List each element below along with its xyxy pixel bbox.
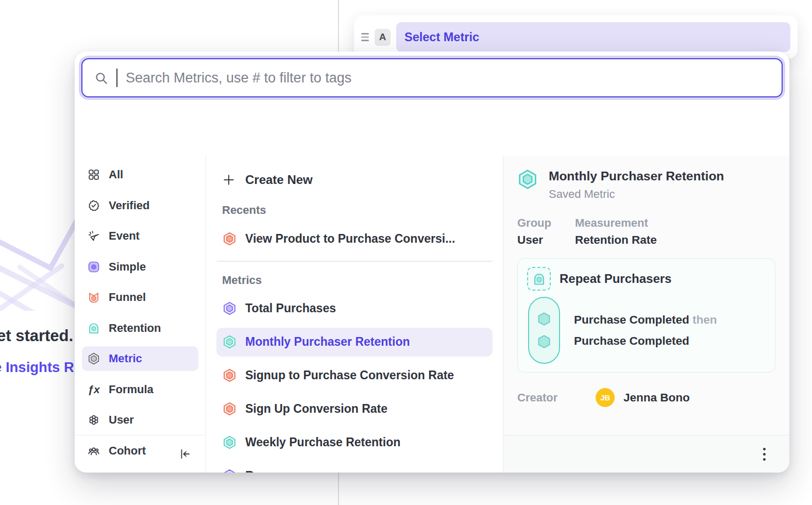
sidebar-item-metric[interactable]: Metric — [82, 346, 198, 371]
creator-avatar[interactable]: JB — [596, 388, 615, 407]
funnel-hexagon-icon — [88, 291, 100, 304]
creator-label: Creator — [517, 391, 596, 405]
metric-item-label: Total Purchases — [245, 301, 336, 315]
recents-section-label: Recents — [222, 204, 493, 217]
background-heading-fragment: et started. — [0, 327, 73, 345]
event-hexagon-icon — [536, 311, 552, 327]
sidebar-item-label: User — [109, 413, 134, 427]
search-input[interactable] — [126, 70, 770, 86]
metric-picker-modal: All Verified — [75, 52, 789, 473]
select-metric-label: Select Metric — [404, 30, 479, 44]
list-divider — [217, 261, 492, 262]
coral-hexagon-icon — [223, 402, 236, 416]
select-metric-button[interactable]: Select Metric — [396, 22, 790, 52]
group-label: Group — [517, 216, 563, 230]
metric-item-total-purchases[interactable]: Total Purchases — [216, 294, 493, 323]
then-connector: then — [692, 313, 717, 326]
collapse-sidebar-icon[interactable] — [178, 447, 192, 461]
drag-handle-icon[interactable] — [361, 33, 369, 41]
sidebar-item-simple[interactable]: Simple — [82, 255, 198, 279]
sidebar-item-user[interactable]: User — [82, 408, 198, 432]
sidebar-item-retention[interactable]: Retention — [82, 316, 198, 341]
event-hexagon-icon — [536, 334, 552, 349]
grid-icon — [88, 169, 100, 181]
metric-item-label: Weekly Purchase Retention — [245, 435, 400, 449]
metric-item-monthly-purchaser-retention[interactable]: Monthly Purchaser Retention — [216, 328, 493, 357]
sidebar-footer — [75, 435, 206, 473]
metrics-section-label: Metrics — [222, 274, 493, 287]
cursor-sparkle-icon — [88, 230, 100, 242]
retention-arch-icon — [88, 322, 100, 334]
sidebar-item-all[interactable]: All — [82, 162, 198, 187]
sidebar-item-label: Formula — [109, 383, 154, 396]
recent-item-label: View Product to Purchase Conversi... — [245, 232, 455, 246]
screen: et started. e Insights Re A Select Metri… — [0, 0, 812, 505]
purple-hexagon-icon — [223, 469, 236, 473]
simple-hexagon-icon — [88, 261, 100, 273]
measurement-label: Measurement — [575, 216, 657, 230]
coral-hexagon-icon — [223, 368, 236, 382]
sidebar-item-formula[interactable]: ƒx Formula — [82, 377, 198, 402]
verified-badge-icon — [88, 199, 100, 212]
behavior-title: Repeat Purchasers — [560, 272, 671, 286]
group-value: User — [517, 233, 563, 247]
behavior-card: Repeat Purchasers Purchase Comp — [517, 258, 775, 373]
detail-footer — [503, 435, 789, 473]
sidebar-item-verified[interactable]: Verified — [82, 193, 198, 218]
background-insights-link-fragment[interactable]: e Insights Re — [0, 359, 82, 376]
saved-metric-icon — [517, 169, 538, 190]
recent-item-view-product[interactable]: View Product to Purchase Conversi... — [216, 224, 493, 253]
metric-item-revenue[interactable]: Revenue — [216, 462, 493, 473]
metric-item-sign-up-conversion[interactable]: Sign Up Conversion Rate — [216, 395, 493, 424]
user-cluster-icon — [88, 414, 100, 426]
sidebar-item-funnel[interactable]: Funnel — [82, 285, 198, 310]
teal-hexagon-icon — [223, 335, 236, 349]
text-cursor — [116, 69, 117, 87]
metric-letter-badge[interactable]: A — [375, 29, 391, 46]
metric-list-column: Create New Recents View Product to Purch… — [206, 156, 503, 473]
sidebar-item-event[interactable]: Event — [82, 224, 198, 248]
creator-name: Jenna Bono — [623, 391, 690, 405]
sidebar-item-label: Simple — [109, 260, 146, 274]
sidebar-item-label: Verified — [109, 199, 149, 212]
behavior-step-2: Purchase Completed — [574, 330, 717, 351]
measurement-value: Retention Rate — [575, 233, 657, 247]
detail-subtitle: Saved Metric — [549, 188, 724, 201]
retention-behavior-icon — [527, 267, 551, 291]
sidebar-item-label: Retention — [109, 322, 161, 335]
create-new-button[interactable]: Create New — [216, 168, 493, 192]
metric-hexagon-icon — [88, 352, 100, 365]
kebab-menu-icon[interactable] — [760, 445, 769, 464]
funnel-metric-icon — [223, 232, 236, 246]
metric-item-signup-to-purchase[interactable]: Signup to Purchase Conversion Rate — [216, 361, 493, 390]
search-bar[interactable] — [81, 58, 783, 97]
sidebar-item-label: Event — [109, 229, 140, 243]
sidebar-item-label: Metric — [109, 352, 142, 365]
metric-detail-panel: Monthly Purchaser Retention Saved Metric… — [503, 156, 789, 473]
metric-item-weekly-purchase-retention[interactable]: Weekly Purchase Retention — [216, 428, 493, 457]
plus-icon — [222, 173, 235, 187]
sidebar-item-label: All — [109, 168, 123, 181]
metric-item-label: Signup to Purchase Conversion Rate — [245, 368, 454, 382]
formula-icon: ƒx — [88, 383, 100, 396]
metric-item-label: Revenue — [245, 469, 295, 473]
filter-sidebar: All Verified — [75, 156, 206, 473]
create-new-label: Create New — [245, 173, 313, 187]
metric-item-label: Monthly Purchaser Retention — [245, 335, 410, 349]
purple-hexagon-icon — [223, 301, 236, 315]
detail-title: Monthly Purchaser Retention — [549, 169, 724, 183]
search-icon — [94, 71, 108, 85]
behavior-step-1: Purchase Completed then — [574, 309, 717, 330]
event-sequence-capsule — [528, 297, 560, 364]
sidebar-item-label: Funnel — [109, 291, 146, 304]
teal-hexagon-icon — [223, 435, 236, 449]
modal-columns: All Verified — [75, 156, 789, 473]
metric-item-label: Sign Up Conversion Rate — [245, 402, 387, 416]
